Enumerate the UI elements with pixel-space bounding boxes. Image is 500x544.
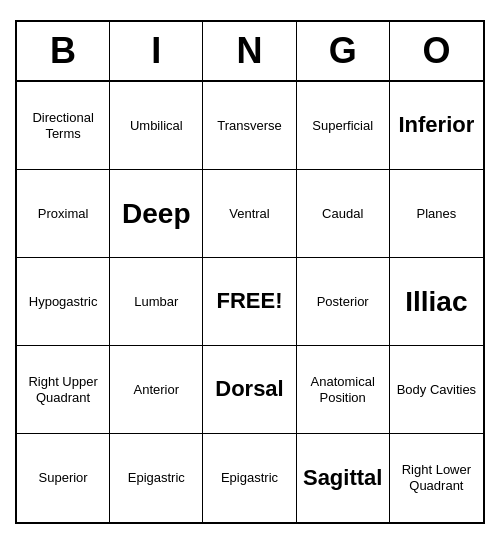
bingo-cell: Posterior (297, 258, 390, 346)
header-letter: B (17, 22, 110, 80)
bingo-cell: Right Upper Quadrant (17, 346, 110, 434)
bingo-cell: Dorsal (203, 346, 296, 434)
bingo-cell: Lumbar (110, 258, 203, 346)
bingo-cell: Hypogastric (17, 258, 110, 346)
bingo-cell: Proximal (17, 170, 110, 258)
bingo-cell: Superior (17, 434, 110, 522)
bingo-cell: Anterior (110, 346, 203, 434)
header-letter: I (110, 22, 203, 80)
bingo-cell: Deep (110, 170, 203, 258)
bingo-card: BINGO Directional TermsUmbilicalTransver… (15, 20, 485, 524)
bingo-cell: Superficial (297, 82, 390, 170)
bingo-cell: Body Cavities (390, 346, 483, 434)
bingo-cell: FREE! (203, 258, 296, 346)
bingo-header: BINGO (17, 22, 483, 82)
bingo-cell: Right Lower Quadrant (390, 434, 483, 522)
bingo-cell: Epigastric (203, 434, 296, 522)
header-letter: G (297, 22, 390, 80)
bingo-cell: Inferior (390, 82, 483, 170)
bingo-cell: Anatomical Position (297, 346, 390, 434)
bingo-grid: Directional TermsUmbilicalTransverseSupe… (17, 82, 483, 522)
bingo-cell: Caudal (297, 170, 390, 258)
header-letter: N (203, 22, 296, 80)
bingo-cell: Planes (390, 170, 483, 258)
bingo-cell: Ventral (203, 170, 296, 258)
bingo-cell: Illiac (390, 258, 483, 346)
bingo-cell: Epigastric (110, 434, 203, 522)
bingo-cell: Sagittal (297, 434, 390, 522)
header-letter: O (390, 22, 483, 80)
bingo-cell: Transverse (203, 82, 296, 170)
bingo-cell: Umbilical (110, 82, 203, 170)
bingo-cell: Directional Terms (17, 82, 110, 170)
